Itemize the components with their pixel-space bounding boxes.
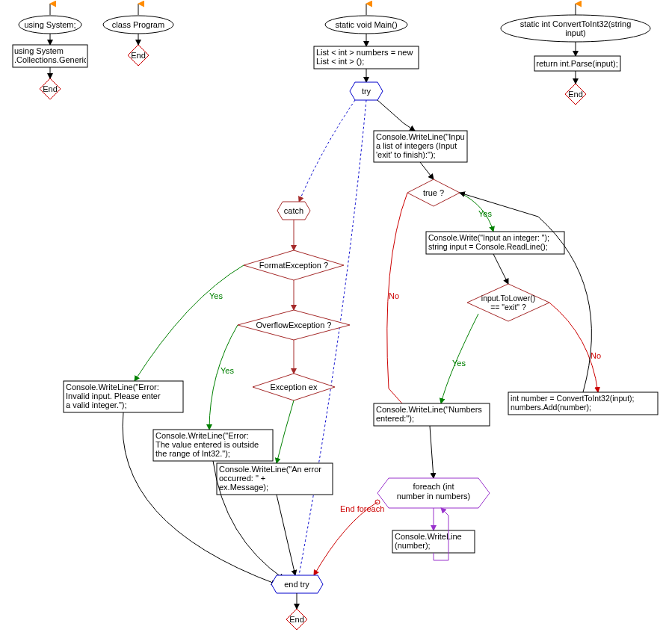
err-invalid-label: Console.WriteLine("Error:Invalid input. … <box>66 383 181 409</box>
end-diamond-program: End <box>128 45 149 66</box>
yes-label-1: Yes <box>478 209 492 218</box>
main-label: static void Main() <box>335 20 397 29</box>
svg-line-15 <box>277 495 295 575</box>
exit-check-label: input.ToLower()== "exit" ? <box>478 294 538 312</box>
try-label: try <box>362 87 371 96</box>
numbers-entered-label: Console.WriteLine("Numbersentered:"); <box>376 405 487 423</box>
write-number-label: Console.WriteLine(number); <box>395 532 472 550</box>
end-diamond-using: End <box>40 78 61 99</box>
true-label: true ? <box>423 188 444 197</box>
svg-text:End: End <box>568 90 583 99</box>
convert-add-label: int number = ConvertToInt32(input);numbe… <box>511 394 656 412</box>
no-label-1: No <box>389 291 399 300</box>
end-foreach-label: End foreach <box>340 504 384 513</box>
using-system-label: using System; <box>24 20 75 29</box>
yes-label-4: Yes <box>221 366 234 375</box>
yes-label-3: Yes <box>209 291 223 300</box>
exception-ex-label: Exception ex <box>271 383 318 391</box>
class-program-label: class Program <box>112 20 164 29</box>
no-label-2: No <box>591 351 601 360</box>
list-decl-label: List < int > numbers = newList < int > (… <box>316 48 416 66</box>
foreach-label: foreach (intnumber in numbers) <box>392 482 475 501</box>
return-parse-label: return int.Parse(input); <box>536 59 617 68</box>
flowchart-diagram: using System; using System.Collections.G… <box>0 0 666 644</box>
svg-text:End: End <box>131 51 146 60</box>
svg-line-8 <box>493 254 508 284</box>
err-occurred-label: Console.WriteLine("An erroroccurred: " +… <box>219 465 330 492</box>
svg-text:End: End <box>289 615 304 624</box>
catch-label: catch <box>284 206 303 215</box>
end-diamond-main: End <box>286 609 307 630</box>
yes-label-2: Yes <box>452 359 466 368</box>
err-range-label: Console.WriteLine("Error:The value enter… <box>155 431 271 458</box>
end-diamond-convert: End <box>565 84 586 105</box>
input-integer-label: Console.Write("Input an integer: ");stri… <box>428 233 562 251</box>
svg-line-9 <box>430 426 434 478</box>
end-try-label: end try <box>284 580 309 589</box>
convert-label: static int ConvertToInt32(stringinput) <box>508 19 643 37</box>
overflow-exc-label: OverflowException ? <box>256 321 332 329</box>
format-exc-label: FormatException ? <box>259 261 328 270</box>
using-collections-label: using System.Collections.Generic; <box>14 46 86 64</box>
input-list-prompt-label: Console.WriteLine("Inputa list of intege… <box>376 132 465 159</box>
svg-line-7 <box>420 162 434 179</box>
svg-text:End: End <box>43 84 58 93</box>
